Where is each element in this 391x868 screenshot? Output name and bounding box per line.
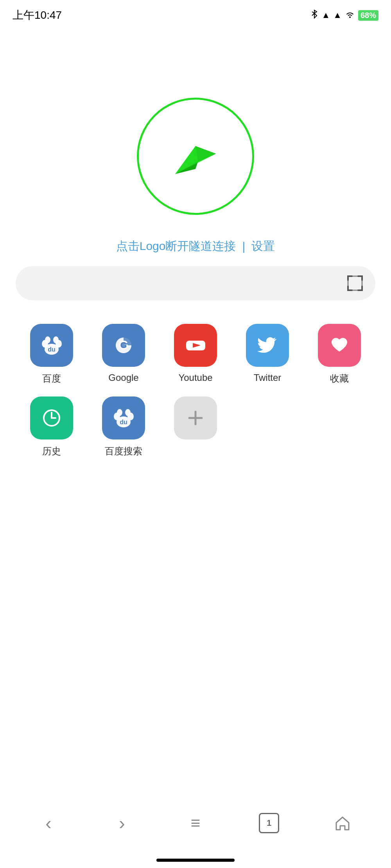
home-icon (334, 815, 351, 831)
disconnect-link[interactable]: 点击Logo断开隧道连接 (116, 238, 236, 254)
app-item-collect[interactable]: 收藏 (303, 324, 375, 385)
svg-point-8 (45, 336, 50, 343)
search-bar[interactable] (16, 266, 375, 300)
status-bar: 上午10:47 ▲ ▲ 68% (0, 0, 391, 27)
baidusearch-icon: du (102, 396, 145, 439)
app-item-baidu[interactable]: du 百度 (16, 324, 88, 385)
paper-plane-icon (170, 131, 221, 182)
app-item-baidusearch[interactable]: du 百度搜索 (88, 396, 160, 457)
svg-point-23 (117, 409, 122, 416)
back-icon: ‹ (45, 813, 51, 834)
youtube-icon (174, 324, 217, 367)
history-label: 历史 (42, 445, 61, 457)
settings-link[interactable]: 设置 (251, 238, 275, 254)
app-item-google[interactable]: G G G Google (88, 324, 160, 385)
home-button[interactable] (327, 807, 358, 839)
wifi-icon (345, 10, 355, 20)
bluetooth-icon (310, 9, 318, 21)
google-label: Google (108, 372, 138, 383)
vpn-logo-button[interactable] (137, 98, 254, 215)
status-icons: ▲ ▲ 68% (310, 9, 378, 21)
back-button[interactable]: ‹ (33, 807, 64, 839)
google-icon: G G G (102, 324, 145, 367)
bottom-navigation: ‹ › ≡ 1 (0, 802, 391, 845)
history-icon (30, 396, 73, 439)
svg-text:du: du (48, 346, 56, 353)
tabs-button[interactable]: 1 (253, 807, 285, 839)
baidusearch-label: 百度搜索 (105, 445, 142, 457)
twitter-label: Twitter (254, 372, 282, 383)
add-icon (174, 396, 217, 439)
signal-icon2: ▲ (333, 10, 342, 20)
action-bar: 点击Logo断开隧道连接 | 设置 (0, 238, 391, 254)
app-item-youtube[interactable]: Youtube (160, 324, 231, 385)
svg-text:G: G (120, 340, 127, 350)
app-item-history[interactable]: 历史 (16, 396, 88, 457)
svg-point-9 (53, 336, 59, 343)
svg-point-24 (125, 409, 131, 416)
svg-text:du: du (120, 419, 127, 425)
signal-icon1: ▲ (321, 10, 330, 20)
forward-icon: › (119, 813, 125, 834)
forward-button[interactable]: › (106, 807, 138, 839)
baidu-icon: du (30, 324, 73, 367)
app-grid-row2: 历史 du 百度搜索 (8, 396, 383, 457)
tabs-icon: 1 (259, 813, 279, 833)
collect-icon (318, 324, 361, 367)
baidu-label: 百度 (42, 372, 61, 385)
divider: | (242, 240, 245, 253)
search-container (16, 266, 375, 300)
gesture-bar (156, 859, 235, 862)
battery-indicator: 68% (358, 10, 378, 21)
twitter-icon (246, 324, 289, 367)
menu-button[interactable]: ≡ (180, 807, 211, 839)
status-time: 上午10:47 (13, 8, 62, 23)
app-grid-row1: du 百度 G G G Google Youtube (8, 324, 383, 385)
collect-label: 收藏 (330, 372, 349, 385)
app-item-add[interactable] (160, 396, 231, 457)
youtube-label: Youtube (178, 372, 212, 383)
menu-icon: ≡ (191, 814, 201, 832)
svg-marker-3 (175, 146, 216, 174)
logo-section[interactable] (0, 98, 391, 215)
svg-rect-4 (348, 276, 362, 290)
app-item-twitter[interactable]: Twitter (231, 324, 303, 385)
scan-icon[interactable] (347, 275, 363, 291)
